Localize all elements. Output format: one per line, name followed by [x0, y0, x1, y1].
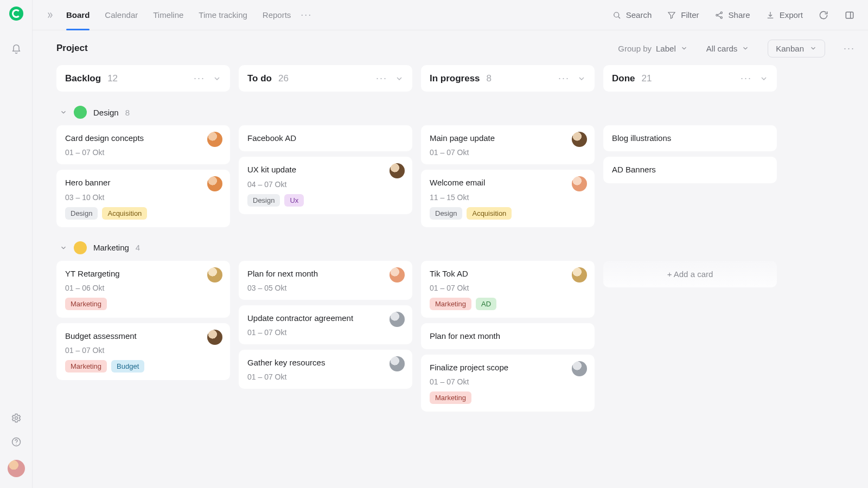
swimlane-color-dot [74, 241, 87, 254]
kanban-card[interactable]: Finalize project scope01 – 07 OktMarketi… [421, 355, 595, 412]
chevron-down-icon[interactable] [213, 74, 221, 83]
column-more-icon[interactable]: ··· [741, 73, 752, 84]
group-by-selector[interactable]: Group by Label [618, 44, 687, 53]
nav-tabs: BoardCalendarTimelineTime trackingReport… [66, 0, 291, 30]
chevron-down-icon[interactable] [395, 74, 404, 83]
card-title: Tik Tok AD [430, 268, 586, 279]
column-title: Backlog [65, 73, 101, 84]
group-by-label: Group by [618, 44, 652, 53]
nav-tab-board[interactable]: Board [66, 0, 90, 30]
add-card-button[interactable]: + Add a card [603, 261, 777, 287]
column-header-done: Done21··· [603, 65, 777, 92]
current-user-avatar[interactable] [8, 460, 25, 477]
card-title: Update contractor agreement [247, 313, 404, 324]
kanban-board: Backlog12···To do26···In progress8···Don… [56, 65, 855, 488]
kanban-card[interactable]: Facebook AD [239, 125, 412, 151]
share-button[interactable]: Share [714, 10, 750, 20]
swimlane-design: Design8Card design concepts01 – 07 OktHe… [56, 104, 855, 227]
column-title: In progress [430, 73, 480, 84]
column-title: Done [612, 73, 635, 84]
assignee-avatar[interactable] [572, 132, 587, 147]
card-date: 01 – 07 Okt [247, 328, 404, 337]
filter-button[interactable]: Filter [667, 10, 699, 20]
nav-more-icon[interactable]: ··· [301, 9, 312, 21]
assignee-avatar[interactable] [572, 361, 587, 376]
kanban-card[interactable]: Blog illustrations [603, 125, 777, 151]
kanban-card[interactable]: AD Banners [603, 157, 777, 183]
help-icon[interactable] [10, 436, 22, 448]
card-tags: Marketing [430, 391, 586, 404]
chevron-down-icon[interactable] [760, 74, 768, 83]
kanban-card[interactable]: Budget assessment01 – 07 OktMarketingBud… [56, 323, 230, 380]
card-title: Hero banner [65, 177, 221, 188]
share-icon [714, 10, 724, 20]
refresh-icon[interactable] [818, 10, 829, 21]
swimlane-header[interactable]: Marketing4 [56, 239, 855, 261]
assignee-avatar[interactable] [572, 176, 587, 191]
card-date: 01 – 07 Okt [65, 148, 221, 157]
kanban-card[interactable]: UX kit update04 – 07 OktDesignUx [239, 157, 412, 214]
assignee-avatar[interactable] [207, 330, 222, 345]
column-headers-row: Backlog12···To do26···In progress8···Don… [56, 65, 855, 92]
notifications-icon[interactable] [10, 43, 22, 55]
column-more-icon[interactable]: ··· [558, 73, 570, 84]
card-title: Blog illustrations [612, 133, 768, 144]
assignee-avatar[interactable] [572, 267, 587, 282]
chevron-down-icon[interactable] [60, 108, 67, 116]
card-title: AD Banners [612, 164, 768, 175]
kanban-card[interactable]: Tik Tok AD01 – 07 OktMarketingAD [421, 261, 595, 318]
settings-icon[interactable] [10, 412, 22, 424]
search-button[interactable]: Search [612, 10, 652, 20]
kanban-card[interactable]: Gather key resources01 – 07 Okt [239, 350, 412, 389]
kanban-card[interactable]: Main page update01 – 07 Okt [421, 125, 595, 164]
app-logo[interactable] [9, 7, 23, 21]
kanban-card[interactable]: Plan for next month [421, 323, 595, 349]
kanban-card[interactable]: Card design concepts01 – 07 Okt [56, 125, 230, 164]
kanban-card[interactable]: Hero banner03 – 10 OktDesignAcquisition [56, 170, 230, 227]
assignee-avatar[interactable] [390, 356, 405, 371]
card-tags: DesignUx [247, 194, 404, 207]
assignee-avatar[interactable] [207, 132, 222, 147]
search-icon [612, 10, 622, 20]
kanban-card[interactable]: Update contractor agreement01 – 07 Okt [239, 305, 412, 344]
kanban-card[interactable]: Plan for next month03 – 05 Okt [239, 261, 412, 300]
chevron-down-icon[interactable] [60, 244, 67, 252]
card-stack-inprogress: Tik Tok AD01 – 07 OktMarketingADPlan for… [421, 261, 595, 412]
column-header-todo: To do26··· [239, 65, 412, 92]
nav-tab-calendar[interactable]: Calendar [105, 0, 138, 30]
kanban-card[interactable]: Welcome email11 – 15 OktDesignAcquisitio… [421, 170, 595, 227]
column-more-icon[interactable]: ··· [376, 73, 387, 84]
export-button[interactable]: Export [765, 10, 803, 20]
card-date: 03 – 05 Okt [247, 284, 404, 292]
panel-toggle-icon[interactable] [844, 10, 855, 21]
svg-point-0 [15, 417, 17, 420]
assignee-avatar[interactable] [390, 312, 405, 327]
swimlane-header[interactable]: Design8 [56, 104, 855, 125]
nav-tab-time-tracking[interactable]: Time tracking [199, 0, 247, 30]
nav-tab-reports[interactable]: Reports [263, 0, 291, 30]
chevron-down-icon[interactable] [577, 74, 586, 83]
tag-chip: Marketing [65, 298, 107, 310]
column-more-icon[interactable]: ··· [194, 73, 205, 84]
card-tags: MarketingAD [430, 298, 586, 310]
sidebar-expand-icon[interactable] [43, 9, 56, 22]
swimlane-count: 8 [125, 108, 130, 117]
assignee-avatar[interactable] [390, 267, 405, 282]
board-more-icon[interactable]: ··· [844, 43, 855, 54]
view-mode-selector[interactable]: Kanban [768, 40, 825, 57]
card-date: 01 – 06 Okt [65, 284, 221, 292]
assignee-avatar[interactable] [390, 163, 405, 178]
swimlane-color-dot [74, 106, 87, 119]
nav-tab-timeline[interactable]: Timeline [153, 0, 183, 30]
cards-filter-selector[interactable]: All cards [706, 44, 750, 53]
assignee-avatar[interactable] [207, 267, 222, 282]
column-count: 21 [642, 73, 652, 84]
assignee-avatar[interactable] [207, 176, 222, 191]
svg-point-6 [720, 16, 722, 18]
card-tags: DesignAcquisition [430, 207, 586, 220]
kanban-card[interactable]: YT Retargeting01 – 06 OktMarketing [56, 261, 230, 318]
tag-chip: Design [65, 207, 98, 220]
tag-chip: Acquisition [467, 207, 512, 220]
swimlane-name: Marketing [93, 243, 129, 252]
column-title: To do [247, 73, 272, 84]
